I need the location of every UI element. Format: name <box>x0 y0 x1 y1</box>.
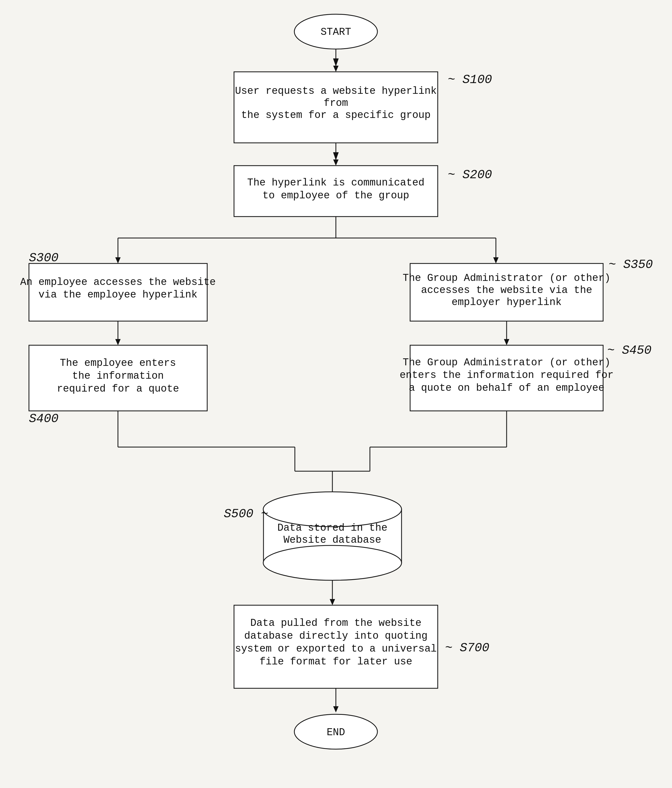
s500-text-2: Website database <box>284 534 381 546</box>
s100-text-1: User requests a website hyperlink <box>235 85 437 97</box>
s500-cylinder-bottom <box>263 545 402 580</box>
s200-text-1: The hyperlink is communicated <box>247 177 424 188</box>
s100-label: ~ S100 <box>448 73 492 87</box>
s300-text-2: via the employee hyperlink <box>38 289 197 300</box>
s300-label: S300 <box>29 251 59 265</box>
start-label: START <box>321 26 351 38</box>
s350-text-2: accesses the website via the <box>421 284 593 296</box>
s450-text-2: enters the information required for <box>400 369 613 381</box>
s400-text-2: the information <box>72 370 164 382</box>
s350-text-1: The Group Administrator (or other) <box>403 272 610 284</box>
s200-label: ~ S200 <box>448 168 492 182</box>
s700-text-4: file format for later use <box>259 656 412 667</box>
s350-label: ~ S350 <box>608 258 653 272</box>
s700-label: ~ S700 <box>445 641 489 655</box>
end-label: END <box>327 727 345 738</box>
s450-label: ~ S450 <box>607 344 651 357</box>
s300-text-1: An employee accesses the website <box>20 276 216 288</box>
diagram-container: .node-text { font-family: 'Courier New',… <box>0 0 672 788</box>
s400-text-1: The employee enters <box>60 357 176 369</box>
s400-text-3: required for a quote <box>57 383 179 394</box>
s700-text-2: database directly into quoting <box>244 630 427 642</box>
s450-text-3: a quote on behalf of an employee <box>409 382 604 394</box>
s200-text-2: to employee of the group <box>262 190 409 201</box>
s100-text-3: the system for a specific group <box>241 110 431 121</box>
s350-text-3: employer hyperlink <box>452 296 562 308</box>
s700-text-1: Data pulled from the website <box>250 617 422 629</box>
s700-text-3: system or exported to a universal <box>235 643 437 655</box>
s100-text-2: from <box>324 97 348 109</box>
s500-cylinder-top <box>263 492 402 527</box>
s400-label: S400 <box>29 412 59 426</box>
s450-text-1: The Group Administrator (or other) <box>403 357 610 368</box>
s500-label: S500 ~ <box>224 507 268 521</box>
s500-text-1: Data stored in the <box>277 522 387 534</box>
